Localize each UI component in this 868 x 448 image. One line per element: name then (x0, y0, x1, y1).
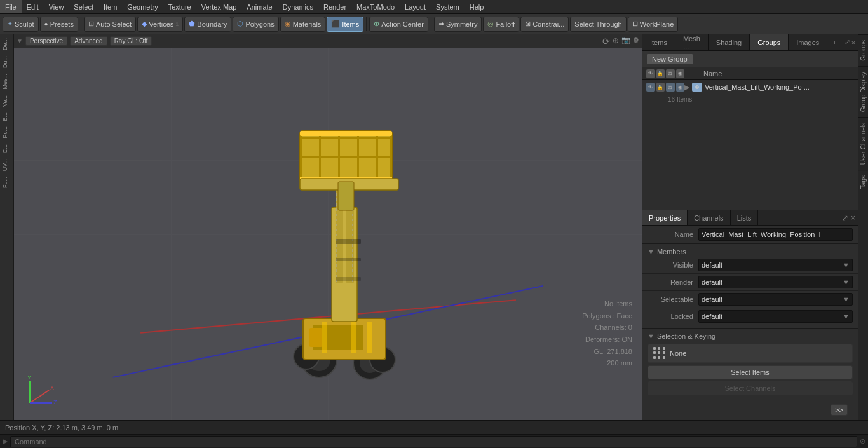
new-group-button[interactable]: New Group (646, 53, 693, 65)
menu-system[interactable]: System (431, 0, 465, 13)
tab-shading[interactable]: Shading (709, 34, 750, 50)
svg-rect-27 (336, 239, 361, 244)
render-on-icon[interactable]: ◉ (676, 83, 685, 92)
sep1 (81, 17, 81, 31)
vtab-groups[interactable]: Groups (858, 34, 868, 66)
left-tool-du[interactable]: Du... (1, 53, 13, 71)
action-center-button[interactable]: ⊕ Action Center (369, 17, 428, 32)
menu-edit[interactable]: Edit (22, 0, 44, 13)
viewport-canvas[interactable]: No Items Polygons : Face Channels: 0 Def… (14, 48, 642, 420)
items-button[interactable]: ⬛ Items (327, 17, 363, 32)
left-tool-c[interactable]: C... (1, 142, 13, 156)
col-lock-icon[interactable]: 🔒 (656, 69, 665, 78)
vtab-group-display[interactable]: Group Display (858, 66, 868, 117)
materials-button[interactable]: ◉ Materials (280, 17, 326, 32)
left-tool-fu[interactable]: Fu... (1, 174, 13, 191)
select-items-button[interactable]: Select Items (648, 365, 853, 379)
expand-arrow[interactable]: ▶ (684, 83, 689, 92)
menu-item[interactable]: Item (98, 0, 122, 13)
camera-icon[interactable]: 📷 (621, 36, 630, 46)
boundary-button[interactable]: ⬟ Boundary (184, 17, 231, 32)
selection-keying-header[interactable]: ▼ Selection & Keying (642, 331, 858, 341)
mesh-on-icon[interactable]: ⊠ (666, 83, 675, 92)
prop-close-icon[interactable]: × (851, 214, 855, 222)
vtab-user-channels[interactable]: User Channels (858, 117, 868, 170)
menu-vertex-map[interactable]: Vertex Map (196, 0, 242, 13)
prop-expand-icon[interactable]: ⤢ (842, 214, 848, 222)
menu-texture[interactable]: Texture (163, 0, 196, 13)
select-through-button[interactable]: Select Through (570, 17, 626, 32)
selectable-dropdown[interactable]: default ▼ (698, 293, 853, 306)
symmetry-button[interactable]: ⬌ Symmetry (434, 17, 482, 32)
name-input[interactable] (698, 228, 853, 241)
expand-icon[interactable]: ⤢ (844, 38, 850, 46)
col-eye-icon[interactable]: 👁 (646, 69, 655, 78)
locked-dropdown[interactable]: default ▼ (698, 310, 853, 323)
tab-mesh[interactable]: Mesh ... (675, 34, 709, 50)
menu-layout[interactable]: Layout (400, 0, 431, 13)
vtab-tags[interactable]: Tags (858, 170, 868, 194)
vertices-button[interactable]: ◆ Vertices 1 (137, 17, 183, 32)
boundary-icon: ⬟ (189, 20, 195, 28)
visible-dropdown[interactable]: default ▼ (698, 259, 853, 271)
polygons-button[interactable]: ⬡ Polygons (233, 17, 278, 32)
viewport-menu-icon[interactable]: ▼ (17, 37, 23, 44)
close-icon[interactable]: × (851, 39, 855, 46)
visible-label: Visible (648, 261, 698, 269)
constrain-button[interactable]: ⊠ Constrai... (520, 17, 569, 32)
groups-list[interactable]: 👁 🔒 ⊠ ◉ ▶ ⊕ Vertical_Mast_Lift_Working_P… (642, 80, 858, 210)
advanced-button[interactable]: Advanced (70, 36, 107, 46)
menu-help[interactable]: Help (465, 0, 489, 13)
menu-dynamics[interactable]: Dynamics (278, 0, 318, 13)
status-text: Position X, Y, Z: 2.13 m, 3.49 m, 0 m (5, 424, 118, 431)
command-input[interactable] (10, 436, 857, 447)
lock-off-icon[interactable]: 🔒 (656, 83, 665, 92)
tab-items[interactable]: Items (642, 34, 675, 50)
prop-tabs: Properties Channels Lists ⤢ × (642, 210, 858, 226)
left-tool-e[interactable]: E... (1, 110, 13, 124)
prop-tab-lists[interactable]: Lists (731, 210, 759, 225)
settings-icon[interactable]: ⚙ (633, 36, 639, 46)
materials-icon: ◉ (285, 20, 291, 28)
none-button[interactable]: None (648, 344, 853, 363)
viewport[interactable]: ▼ Perspective Advanced Ray GL: Off ⟳ ⊕ 📷… (14, 34, 642, 420)
left-tool-po[interactable]: Po... (1, 124, 13, 141)
menu-render[interactable]: Render (318, 0, 351, 13)
eye-on-icon[interactable]: 👁 (646, 83, 655, 92)
tab-groups[interactable]: Groups (750, 34, 789, 50)
prop-tab-channels[interactable]: Channels (688, 210, 730, 225)
perspective-button[interactable]: Perspective (25, 36, 67, 46)
group-list-item[interactable]: 👁 🔒 ⊠ ◉ ▶ ⊕ Vertical_Mast_Lift_Working_P… (642, 80, 858, 94)
sculpt-button[interactable]: ✦ Sculpt (3, 17, 39, 32)
auto-select-button[interactable]: ⊡ Auto Select (84, 17, 136, 32)
menu-view[interactable]: View (44, 0, 69, 13)
menu-geometry[interactable]: Geometry (122, 0, 163, 13)
tab-add[interactable]: + (827, 34, 841, 50)
col-mesh-icon[interactable]: ⊠ (666, 69, 675, 78)
prop-tab-properties[interactable]: Properties (642, 210, 688, 225)
render-dropdown[interactable]: default ▼ (698, 276, 853, 288)
tab-images[interactable]: Images (789, 34, 827, 50)
falloff-button[interactable]: ◎ Falloff (483, 17, 519, 32)
workplane-button[interactable]: ⊟ WorkPlane (628, 17, 679, 32)
left-tool-mes[interactable]: Mes... (1, 71, 13, 92)
left-tool-de[interactable]: De... (1, 36, 13, 53)
sep2 (366, 17, 367, 31)
left-tool-uv[interactable]: UV... (1, 156, 13, 173)
members-header[interactable]: ▼ Members (642, 247, 858, 257)
menu-animate[interactable]: Animate (241, 0, 277, 13)
presets-button[interactable]: ● Presets (40, 17, 78, 32)
cmd-arrow-right[interactable]: ⊙ (860, 437, 865, 445)
menu-select[interactable]: Select (69, 0, 98, 13)
menu-maxtomodo[interactable]: MaxToModo (351, 0, 400, 13)
menu-file[interactable]: File (0, 0, 22, 13)
svg-rect-29 (336, 277, 361, 281)
left-tool-ve[interactable]: Ve... (1, 93, 13, 109)
select-channels-button[interactable]: Select Channels (648, 381, 853, 395)
zoom-icon[interactable]: ⊕ (613, 36, 619, 46)
expand-button[interactable]: >> (831, 404, 848, 416)
col-render-icon[interactable]: ◉ (676, 69, 685, 78)
orbit-icon[interactable]: ⟳ (602, 36, 610, 46)
ray-gl-button[interactable]: Ray GL: Off (110, 36, 153, 46)
svg-rect-31 (351, 322, 356, 353)
